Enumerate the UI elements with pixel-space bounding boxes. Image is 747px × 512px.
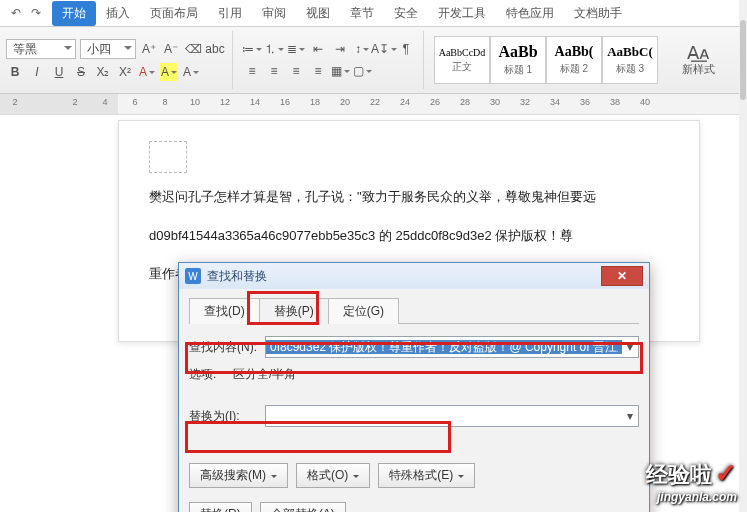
replace-button[interactable]: 替换(R) xyxy=(189,502,252,512)
tab-find[interactable]: 查找(D) xyxy=(189,298,260,324)
advanced-search-button[interactable]: 高级搜索(M) xyxy=(189,463,288,488)
new-style-label: 新样式 xyxy=(682,62,715,77)
style-preview: AaBbC( xyxy=(607,44,653,60)
tab-view[interactable]: 视图 xyxy=(296,1,340,26)
tab-start[interactable]: 开始 xyxy=(52,1,96,26)
tab-goto[interactable]: 定位(G) xyxy=(328,298,399,324)
bold-icon[interactable]: B xyxy=(6,63,24,81)
find-dropdown-icon[interactable]: ▾ xyxy=(622,340,638,354)
dialog-titlebar[interactable]: W 查找和替换 ✕ xyxy=(179,263,649,289)
align-center-icon[interactable]: ≡ xyxy=(265,62,283,80)
options-label: 选项: xyxy=(189,367,216,381)
strike-icon[interactable]: S xyxy=(72,63,90,81)
shading-icon[interactable]: ▦ xyxy=(331,62,349,80)
replace-combo[interactable]: ▾ xyxy=(265,405,639,427)
align-left-icon[interactable]: ≡ xyxy=(243,62,261,80)
indent-dec-icon[interactable]: ⇤ xyxy=(309,40,327,58)
style-label: 标题 2 xyxy=(560,62,588,76)
font-name-select[interactable]: 等黑 xyxy=(6,39,76,59)
sort-icon[interactable]: A↧ xyxy=(375,40,393,58)
numbering-icon[interactable]: ⒈ xyxy=(265,40,283,58)
close-button[interactable]: ✕ xyxy=(601,266,643,286)
group-font: 等黑 小四 A⁺ A⁻ ⌫ abc B I U S X₂ X² A A A xyxy=(6,31,233,89)
bullets-icon[interactable]: ≔ xyxy=(243,40,261,58)
style-preview: AaBb xyxy=(498,43,537,61)
dialog-app-icon: W xyxy=(185,268,201,284)
style-heading1[interactable]: AaBb 标题 1 xyxy=(490,36,546,84)
style-label: 标题 1 xyxy=(504,63,532,77)
dialog-tabs: 查找(D) 替换(P) 定位(G) xyxy=(189,297,639,324)
tab-reference[interactable]: 引用 xyxy=(208,1,252,26)
format-button[interactable]: 格式(O) xyxy=(296,463,370,488)
dialog-body: 查找(D) 替换(P) 定位(G) 查找内容(N): ▾ 选项: xyxy=(179,289,649,512)
tab-featured[interactable]: 特色应用 xyxy=(496,1,564,26)
tab-security[interactable]: 安全 xyxy=(384,1,428,26)
find-input[interactable] xyxy=(266,340,622,354)
dropcap-placeholder xyxy=(149,141,187,173)
button-row-2: 替换(R) 全部替换(A) xyxy=(189,502,639,512)
style-normal[interactable]: AaBbCcDd 正文 xyxy=(434,36,490,84)
app-root: ↶ ↷ 开始 插入 页面布局 引用 审阅 视图 章节 安全 开发工具 特色应用 … xyxy=(0,0,747,512)
tab-insert[interactable]: 插入 xyxy=(96,1,140,26)
highlight-icon[interactable]: A xyxy=(160,63,178,81)
paragraph-2[interactable]: d09bf41544a3365a46c9077ebb5e35c3 的 25ddc… xyxy=(149,224,669,249)
undo-icon[interactable]: ↶ xyxy=(8,5,24,21)
new-style-icon: A͟ᴀ xyxy=(689,44,707,62)
find-combo[interactable]: ▾ xyxy=(265,336,639,358)
underline-icon[interactable]: U xyxy=(50,63,68,81)
group-styles: AaBbCcDd 正文 AaBb 标题 1 AaBb( 标题 2 AaBbC( … xyxy=(434,31,666,89)
clear-format-icon[interactable]: ⌫ xyxy=(184,40,202,58)
phonetic-icon[interactable]: abc xyxy=(206,40,224,58)
tab-devtools[interactable]: 开发工具 xyxy=(428,1,496,26)
find-replace-dialog: W 查找和替换 ✕ 查找(D) 替换(P) 定位(G) 查找内容(N): ▾ xyxy=(178,262,650,512)
ruler-ticks: 2 24 68 1012 1416 1820 2224 2628 3032 34… xyxy=(0,97,747,107)
align-justify-icon[interactable]: ≡ xyxy=(309,62,327,80)
borders-icon[interactable]: ▢ xyxy=(353,62,371,80)
replace-dropdown-icon[interactable]: ▾ xyxy=(622,409,638,423)
scrollbar-thumb[interactable] xyxy=(740,20,746,100)
check-icon: ✓ xyxy=(715,458,737,488)
horizontal-ruler[interactable]: 2 24 68 1012 1416 1820 2224 2628 3032 34… xyxy=(0,94,747,115)
subscript-icon[interactable]: X₂ xyxy=(94,63,112,81)
style-heading2[interactable]: AaBb( 标题 2 xyxy=(546,36,602,84)
tab-replace[interactable]: 替换(P) xyxy=(259,298,329,324)
ribbon-tab-strip: ↶ ↷ 开始 插入 页面布局 引用 审阅 视图 章节 安全 开发工具 特色应用 … xyxy=(0,0,747,27)
superscript-icon[interactable]: X² xyxy=(116,63,134,81)
style-gallery[interactable]: AaBbCcDd 正文 AaBb 标题 1 AaBb( 标题 2 AaBbC( … xyxy=(434,36,658,84)
find-label: 查找内容(N): xyxy=(189,339,259,356)
style-preview: AaBb( xyxy=(555,44,594,60)
options-value: 区分全/半角 xyxy=(233,367,296,381)
watermark-text: 经验啦 xyxy=(646,462,712,487)
options-row: 选项: 区分全/半角 xyxy=(189,366,639,383)
quick-access-toolbar: ↶ ↷ xyxy=(8,5,44,21)
italic-icon[interactable]: I xyxy=(28,63,46,81)
line-height-icon[interactable]: ↕ xyxy=(353,40,371,58)
paragraph-1[interactable]: 樊迟问孔子怎样才算是智，孔子说："致力于服务民众的义举，尊敬鬼神但要远 xyxy=(149,185,669,210)
shrink-font-icon[interactable]: A⁻ xyxy=(162,40,180,58)
font-size-select[interactable]: 小四 xyxy=(80,39,136,59)
grow-font-icon[interactable]: A⁺ xyxy=(140,40,158,58)
style-preview: AaBbCcDd xyxy=(439,47,486,58)
watermark-url: jingyanla.com xyxy=(646,490,737,504)
align-right-icon[interactable]: ≡ xyxy=(287,62,305,80)
dialog-title: 查找和替换 xyxy=(207,268,595,285)
multilevel-icon[interactable]: ≣ xyxy=(287,40,305,58)
show-marks-icon[interactable]: ¶ xyxy=(397,40,415,58)
char-border-icon[interactable]: A xyxy=(182,63,200,81)
replace-input[interactable] xyxy=(266,409,622,423)
replace-all-button[interactable]: 全部替换(A) xyxy=(260,502,346,512)
redo-icon[interactable]: ↷ xyxy=(28,5,44,21)
style-label: 正文 xyxy=(452,60,472,74)
tab-review[interactable]: 审阅 xyxy=(252,1,296,26)
font-color-icon[interactable]: A xyxy=(138,63,156,81)
vertical-scrollbar[interactable] xyxy=(739,0,747,512)
indent-inc-icon[interactable]: ⇥ xyxy=(331,40,349,58)
replace-row: 替换为(I): ▾ xyxy=(189,405,639,427)
tab-dochelper[interactable]: 文档助手 xyxy=(564,1,632,26)
special-format-button[interactable]: 特殊格式(E) xyxy=(378,463,475,488)
tab-layout[interactable]: 页面布局 xyxy=(140,1,208,26)
style-heading3[interactable]: AaBbC( 标题 3 xyxy=(602,36,658,84)
tab-section[interactable]: 章节 xyxy=(340,1,384,26)
new-style-button[interactable]: A͟ᴀ 新样式 xyxy=(676,31,720,89)
replace-label: 替换为(I): xyxy=(189,408,259,425)
